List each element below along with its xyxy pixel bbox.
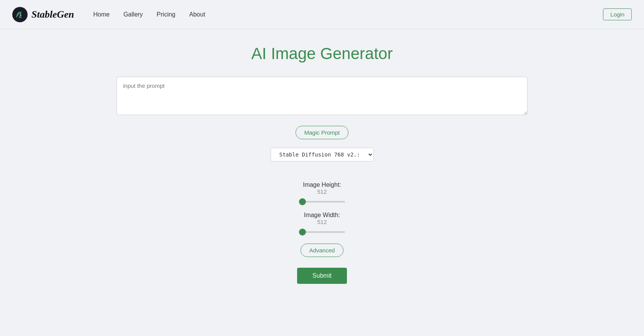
- prompt-input[interactable]: [117, 77, 527, 115]
- brand-link[interactable]: StableGen: [12, 7, 74, 22]
- image-height-value: 512: [317, 188, 327, 195]
- nav-home[interactable]: Home: [86, 0, 117, 29]
- nav-pricing[interactable]: Pricing: [150, 0, 182, 29]
- navbar: StableGen Home Gallery Pricing About Log…: [0, 0, 644, 29]
- controls-wrapper: Image Height: 512 Image Width: 512 Advan…: [297, 175, 347, 284]
- submit-button[interactable]: Submit: [297, 268, 347, 284]
- brand-logo: [12, 7, 28, 22]
- page-title: AI Image Generator: [251, 44, 393, 63]
- main-content: AI Image Generator Magic Prompt Stable D…: [0, 29, 644, 307]
- model-select[interactable]: Stable Diffusion 768 v2.: Stable Diffusi…: [271, 148, 374, 161]
- nav-links: Home Gallery Pricing About: [86, 0, 212, 29]
- magic-prompt-button[interactable]: Magic Prompt: [296, 126, 349, 139]
- image-width-slider[interactable]: [299, 231, 345, 233]
- nav-about[interactable]: About: [182, 0, 212, 29]
- image-height-slider-container: [299, 197, 345, 204]
- image-height-slider[interactable]: [299, 201, 345, 203]
- image-width-slider-container: [299, 227, 345, 234]
- navbar-right: Login: [603, 8, 632, 20]
- image-height-label: Image Height:: [303, 181, 341, 188]
- image-width-value: 512: [317, 219, 327, 225]
- advanced-button[interactable]: Advanced: [301, 244, 344, 257]
- svg-point-1: [20, 11, 21, 13]
- nav-gallery[interactable]: Gallery: [117, 0, 150, 29]
- login-button[interactable]: Login: [603, 8, 632, 20]
- image-width-label: Image Width:: [304, 212, 340, 219]
- brand-title: StableGen: [31, 9, 74, 20]
